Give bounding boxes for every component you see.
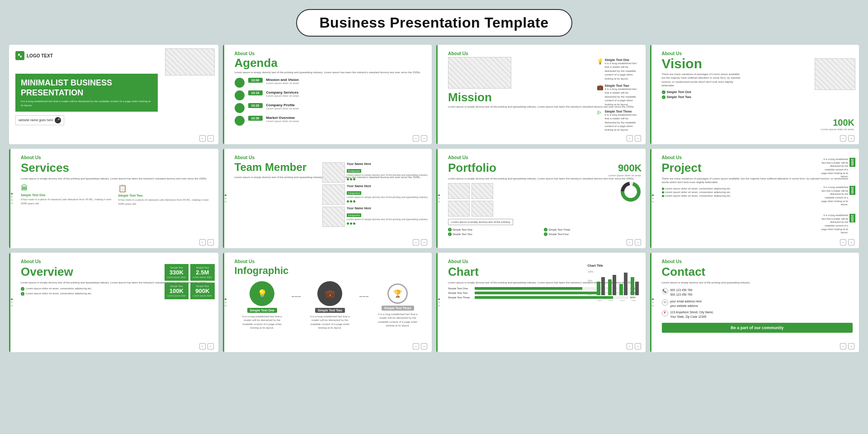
portfolio-button[interactable]: Lorem ipsum is simply dummy text of the … <box>448 219 513 225</box>
side-dots <box>438 298 440 307</box>
prev-arrow[interactable]: ‹ <box>199 239 206 245</box>
next-arrow[interactable]: › <box>848 343 854 349</box>
stat-desc: Lorem ipsum dolor sit amet. <box>821 128 854 131</box>
year-badge-2040: 2040 <box>849 186 855 195</box>
dot <box>350 222 352 225</box>
prev-arrow[interactable]: ‹ <box>627 239 633 245</box>
dot <box>225 298 226 300</box>
check-icon-4 <box>544 232 547 236</box>
flag-icon: 🏳 <box>597 110 603 116</box>
next-arrow[interactable]: › <box>421 135 427 142</box>
dot <box>438 298 440 300</box>
member-photo-3 <box>322 207 345 227</box>
left-bar <box>436 253 438 352</box>
next-arrow[interactable]: › <box>421 239 427 245</box>
main-title: MINIMALIST BUSINESS PRESENTATION <box>21 78 152 98</box>
page-title: Business Presentation Template <box>296 9 572 37</box>
bar-fill-1 <box>475 287 582 290</box>
community-button[interactable]: Be a part of our community <box>662 323 853 333</box>
stat-box-1: Simple Text 330K Lorem ipsum dolor <box>165 264 189 281</box>
portfolio-img-4 <box>472 201 493 217</box>
nav-arrows-6[interactable]: ‹ › <box>413 239 427 245</box>
agenda-item-3: 10:20 Company Profile Lorem ipsum dolor … <box>235 103 426 113</box>
dot <box>225 194 226 196</box>
agenda-timeline: 10:00 Mission and Vision Lorem ipsum dol… <box>235 78 426 126</box>
member-desig-1: Designation <box>347 169 361 173</box>
svg-rect-11 <box>619 284 623 295</box>
circle-icon-2: 💼 <box>325 289 335 299</box>
lightbulb-icon: 💡 <box>597 58 603 65</box>
nav-arrows-8[interactable]: ‹ › <box>840 239 854 245</box>
circle-shape-1: 💡 <box>250 281 274 306</box>
dot <box>652 305 654 307</box>
nav-arrows-12[interactable]: ‹ › <box>840 343 854 349</box>
prev-arrow[interactable]: ‹ <box>627 343 633 349</box>
next-arrow[interactable]: › <box>635 239 641 245</box>
side-dots <box>225 298 226 307</box>
dot <box>438 194 440 196</box>
nav-arrows-9[interactable]: ‹ › <box>199 343 214 349</box>
stat-grid: Simple Text 330K Lorem ipsum dolor Simpl… <box>165 264 215 299</box>
left-bar <box>9 149 10 248</box>
next-arrow[interactable]: › <box>208 239 214 245</box>
item-title-3: Company Profile <box>266 103 426 107</box>
prev-arrow[interactable]: ‹ <box>840 135 846 142</box>
next-arrow[interactable]: › <box>208 135 214 142</box>
svg-rect-7 <box>597 282 600 295</box>
next-arrow[interactable]: › <box>208 343 214 349</box>
nav-arrows-3[interactable]: ‹ › <box>627 135 641 142</box>
slide-content: About Us Agenda Lorem ipsum is simply du… <box>235 51 426 126</box>
prev-arrow[interactable]: ‹ <box>840 239 846 245</box>
prev-arrow[interactable]: ‹ <box>413 343 419 349</box>
check-label-1: Simple Text One <box>667 90 691 94</box>
section-header: About Us <box>662 51 853 56</box>
next-arrow[interactable]: › <box>848 135 854 142</box>
item-content-4: Market Overview Lorem ipsum dolor sit am… <box>266 116 426 123</box>
svg-text:50%: 50% <box>588 279 593 282</box>
item-desc: Lorem ipsum dolor sit amet. <box>266 82 426 85</box>
bar-fill-2 <box>475 292 598 294</box>
section-header: About Us <box>448 259 639 264</box>
slide-title: Infographic <box>235 265 426 277</box>
slide-8-project: About Us Project There are many variatio… <box>650 149 859 248</box>
side-dots <box>225 194 226 203</box>
prev-arrow[interactable]: ‹ <box>627 135 633 142</box>
slide-desc: Lorem ipsum is simply dummy text of the … <box>235 71 426 74</box>
prev-arrow[interactable]: ‹ <box>199 343 206 349</box>
year-badge-2050: 2050 <box>849 158 855 167</box>
side-desc-3: It is a long established fact that a rea… <box>605 113 641 132</box>
check-label-2: Simple Text Two <box>667 95 691 99</box>
nav-arrows-7[interactable]: ‹ › <box>627 239 641 245</box>
nav-arrows-5[interactable]: ‹ › <box>199 239 214 245</box>
check-4: Simple Text Four <box>544 232 639 236</box>
stat-num-4: 900K <box>193 288 212 294</box>
nav-arrows-2[interactable]: ‹ › <box>413 135 427 142</box>
item-desc-2: Lorem ipsum dolor sit amet. <box>266 94 426 97</box>
nav-arrows-4[interactable]: ‹ › <box>840 135 854 142</box>
member-photo-1 <box>322 162 345 183</box>
prev-arrow[interactable]: ‹ <box>413 239 419 245</box>
side-desc-2: It is a long established fact that a rea… <box>605 87 641 106</box>
vision-content: There are many variations of passages of… <box>662 72 743 99</box>
logo-icon <box>15 51 24 60</box>
bar-label-3: Simple Text Three <box>448 296 473 299</box>
prev-arrow[interactable]: ‹ <box>413 135 419 142</box>
prev-arrow[interactable]: ‹ <box>199 135 206 142</box>
nav-arrows-11[interactable]: ‹ › <box>627 343 641 349</box>
member-name-1: Your Name Here <box>347 162 428 165</box>
next-arrow[interactable]: › <box>848 239 854 245</box>
next-arrow[interactable]: › <box>421 343 427 349</box>
nav-arrows[interactable]: ‹ › <box>199 135 214 142</box>
next-arrow[interactable]: › <box>635 135 641 142</box>
circle-2: 💼 Simple Text Two It is a long establish… <box>310 281 350 330</box>
time-badge-4: 10:30 <box>248 116 263 121</box>
time-circle <box>235 78 245 88</box>
year-row-1: It is a long established fact that a rea… <box>821 158 855 179</box>
prev-arrow[interactable]: ‹ <box>840 343 846 349</box>
member-bio-1: Lorem ipsum is simply dummy text of the … <box>347 174 428 177</box>
slide-content: About Us Contact Lorem ipsum is simply d… <box>662 259 853 333</box>
nav-arrows-10[interactable]: ‹ › <box>413 343 427 349</box>
next-arrow[interactable]: › <box>635 343 641 349</box>
check-icon-2 <box>21 292 24 296</box>
left-bar <box>436 45 438 144</box>
